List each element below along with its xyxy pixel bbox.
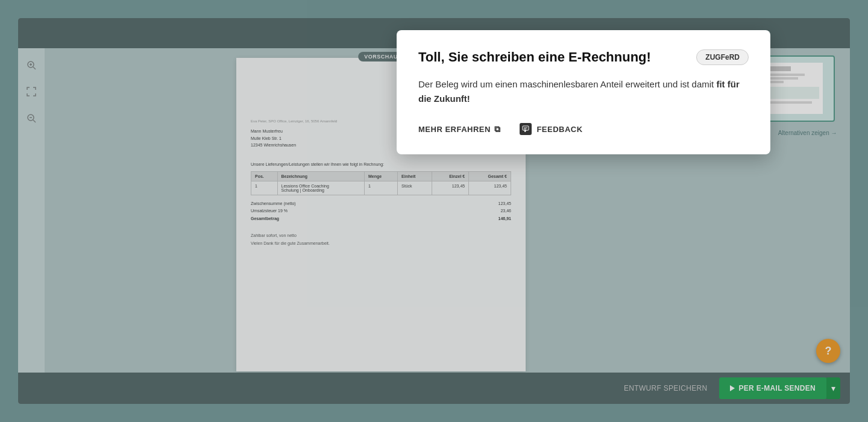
feedback-label: FEEDBACK xyxy=(536,125,582,134)
popup-card: Toll, Sie schreiben eine E-Rechnung! ZUG… xyxy=(397,30,770,154)
feedback-link[interactable]: FEEDBACK xyxy=(520,123,582,135)
feedback-icon xyxy=(520,123,532,135)
popup-actions: MEHR ERFAHREN ⧉ FEEDBACK xyxy=(418,123,749,135)
popup-body-text: Der Beleg wird um einen maschinenlesbare… xyxy=(418,79,716,89)
external-link-icon: ⧉ xyxy=(494,124,501,134)
popup-title: Toll, Sie schreiben eine E-Rechnung! xyxy=(418,49,687,65)
popup-header: Toll, Sie schreiben eine E-Rechnung! ZUG… xyxy=(418,49,749,65)
mehr-erfahren-link[interactable]: MEHR ERFAHREN ⧉ xyxy=(418,124,500,134)
app-container: VORSCHAU Rechnung Rechnungs-: RE3002 Kun… xyxy=(0,0,868,422)
zugferd-badge: ZUGFeRD xyxy=(696,49,749,65)
popup-body: Der Beleg wird um einen maschinenlesbare… xyxy=(418,77,749,106)
mehr-erfahren-label: MEHR ERFAHREN xyxy=(418,125,491,134)
